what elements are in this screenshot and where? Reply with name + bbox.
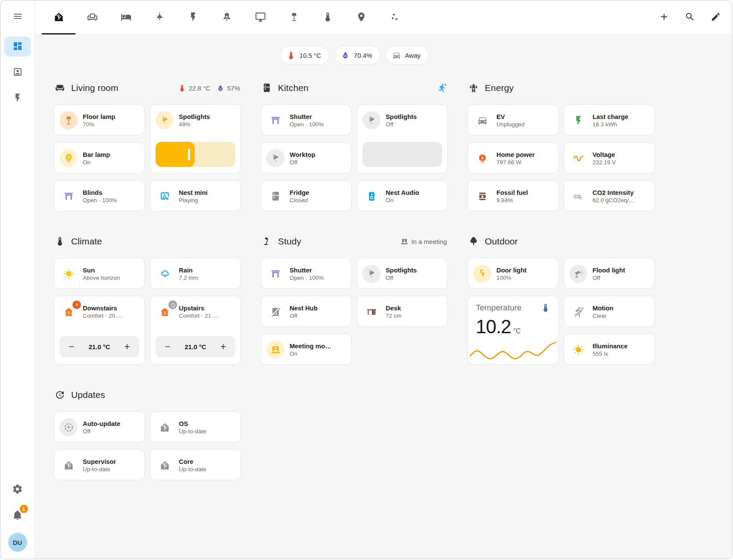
- presence-chip[interactable]: Away: [386, 46, 429, 65]
- add-button[interactable]: [654, 8, 674, 28]
- card-core[interactable]: CoreUp-to-date: [150, 449, 241, 480]
- spot-light-icon: [266, 149, 284, 167]
- card-rain[interactable]: Rain7.2 mm: [150, 258, 241, 289]
- card-motion[interactable]: MotionClear: [564, 296, 655, 327]
- card-supervisor[interactable]: SupervisorUp-to-date: [54, 449, 145, 480]
- card-spotlights[interactable]: SpotlightsOff: [357, 258, 448, 289]
- decrease-temperature-button[interactable]: −: [158, 337, 177, 356]
- chip-label: 10.5 °C: [299, 52, 321, 59]
- card-text: Nest AudioOn: [386, 189, 419, 203]
- section-cards: SunAbove horizonRain7.2 mm0DownstairsCom…: [54, 258, 241, 365]
- card-row: Desk72 cm: [357, 296, 447, 327]
- card-floor-lamp[interactable]: Floor lamp70%: [54, 104, 145, 135]
- card-fridge[interactable]: FridgeClosed: [261, 180, 352, 211]
- edit-button[interactable]: [706, 8, 726, 28]
- tab-energy[interactable]: [176, 0, 210, 34]
- scatter-icon: [390, 12, 400, 24]
- avatar[interactable]: DU: [8, 533, 27, 552]
- card-last-charge[interactable]: Last charge16.3 kWh: [564, 104, 655, 135]
- brightness-slider[interactable]: [362, 142, 442, 167]
- card-text: CoreUp-to-date: [179, 458, 206, 472]
- car-icon: [473, 111, 491, 129]
- card-row: Nest miniPlaying: [150, 181, 240, 211]
- card-temperature[interactable]: Temperature10.2°C: [468, 296, 558, 365]
- card-illuminance[interactable]: Illuminance555 lx: [564, 334, 655, 365]
- search-button[interactable]: [680, 8, 700, 28]
- card-os[interactable]: OSUp-to-date: [150, 411, 241, 442]
- card-shutter[interactable]: ShutterOpen · 100%: [261, 104, 352, 135]
- toolbar: [35, 0, 732, 35]
- card-upstairs[interactable]: 1UpstairsComfort · 21.…−21.0 °C+: [150, 296, 241, 365]
- card-home-power[interactable]: Home power797.86 W: [468, 142, 558, 173]
- tab-garden[interactable]: [210, 0, 243, 34]
- section-header: Climate: [55, 235, 240, 248]
- notifications-button[interactable]: 1: [9, 507, 26, 524]
- brightness-slider[interactable]: [156, 142, 235, 167]
- card-voltage[interactable]: Voltage232.19 V: [564, 142, 655, 173]
- card-status: Comfort · 21.…: [179, 313, 218, 319]
- tab-locations[interactable]: [344, 0, 378, 34]
- card-status: Off: [386, 121, 417, 128]
- card-spotlights[interactable]: Spotlights49%: [150, 104, 241, 173]
- card-nest-audio[interactable]: Nest AudioOn: [357, 180, 448, 211]
- card-status: Clear: [593, 313, 613, 319]
- card-blinds[interactable]: BlindsOpen · 100%: [54, 180, 145, 211]
- section-header: Living room22.8 °C57%: [55, 81, 240, 95]
- sidebar-bottom: 1 DU: [8, 481, 27, 552]
- card-worktop[interactable]: WorktopOff: [261, 142, 352, 173]
- chip-label: 70.4%: [354, 52, 372, 59]
- tab-lights[interactable]: [143, 0, 176, 34]
- temperature-stepper: −21.0 °C+: [59, 336, 139, 357]
- header-stat-label: In a meeting: [411, 238, 447, 245]
- card-row: Fossil fuel9.84%: [468, 181, 558, 211]
- tab-sensors[interactable]: [378, 0, 412, 34]
- settings-button[interactable]: [9, 481, 26, 498]
- notification-badge: 1: [20, 505, 28, 513]
- sine-icon: [569, 149, 587, 167]
- section-header: Outdoor: [468, 235, 654, 248]
- temperature-sparkline: [470, 339, 556, 363]
- tab-media[interactable]: [243, 0, 277, 34]
- tab-living-room[interactable]: [75, 0, 109, 34]
- card-ev[interactable]: EVUnplugged: [468, 104, 558, 135]
- section-title: Kitchen: [278, 83, 309, 93]
- sidebar-item-dashboard[interactable]: [4, 37, 31, 56]
- card-bar-lamp[interactable]: Bar lampOn: [54, 142, 145, 173]
- card-status: Comfort · 20.…: [83, 313, 122, 319]
- card-status: On: [290, 350, 331, 357]
- card-meeting-mode[interactable]: Meeting mo…On: [261, 334, 352, 365]
- header-stat-label: 57%: [227, 84, 240, 92]
- card-co2-intensity[interactable]: CO2CO2 Intensity62.0 gCO2eq/…: [564, 180, 655, 211]
- increase-temperature-button[interactable]: +: [214, 337, 233, 356]
- menu-button[interactable]: [7, 6, 28, 27]
- slider-handle[interactable]: [188, 149, 190, 160]
- sidebar-item-person[interactable]: [4, 63, 31, 82]
- decrease-temperature-button[interactable]: −: [62, 337, 81, 356]
- humidity-chip[interactable]: 70.4%: [334, 46, 381, 65]
- increase-temperature-button[interactable]: +: [118, 337, 137, 356]
- tab-climate[interactable]: [311, 0, 344, 34]
- sidebar-item-energy[interactable]: [4, 88, 31, 108]
- tab-lamps[interactable]: [277, 0, 311, 34]
- card-shutter[interactable]: ShutterOpen · 100%: [261, 258, 352, 289]
- card-nest-hub[interactable]: Nest HubOff: [261, 296, 352, 327]
- outdoor-temperature-chip[interactable]: 10.5 °C: [280, 46, 329, 65]
- gear-icon: [12, 484, 23, 496]
- card-nest-mini[interactable]: Nest miniPlaying: [150, 180, 241, 211]
- temperature-stepper: −21.0 °C+: [156, 336, 235, 357]
- card-desk[interactable]: Desk72 cm: [357, 296, 448, 327]
- cast-audio-icon: [156, 187, 174, 205]
- tab-bedroom[interactable]: [109, 0, 143, 34]
- card-downstairs[interactable]: 0DownstairsComfort · 20.…−21.0 °C+: [54, 296, 145, 365]
- sidebar: 1 DU: [0, 0, 35, 559]
- card-row: Illuminance555 lx: [564, 334, 654, 365]
- card-sun[interactable]: SunAbove horizon: [54, 258, 145, 289]
- card-auto-update[interactable]: Auto-updateOff: [54, 411, 145, 442]
- card-door-light[interactable]: Door light100%: [468, 258, 558, 289]
- card-status: 70%: [83, 121, 115, 128]
- card-flood-light[interactable]: Flood lightOff: [564, 258, 655, 289]
- card-spotlights[interactable]: SpotlightsOff: [357, 104, 448, 173]
- card-fossil-fuel[interactable]: Fossil fuel9.84%: [468, 180, 558, 211]
- card-row: ShutterOpen · 100%: [261, 105, 351, 135]
- tab-home[interactable]: [42, 0, 75, 34]
